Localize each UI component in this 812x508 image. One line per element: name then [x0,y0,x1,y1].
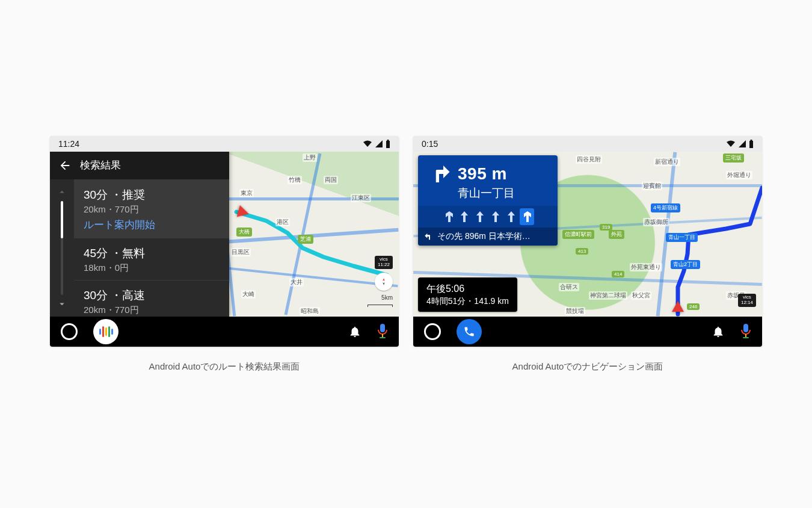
results-header: 検索結果 [50,152,229,179]
lane-icon [441,208,456,225]
map-poi: 新宿通り [654,158,680,166]
map-poi: 大崎 [241,290,256,299]
map-poi: 目黒区 [230,248,251,256]
start-guidance-link[interactable]: ルート案内開始 [84,218,220,232]
microphone-icon[interactable] [377,324,388,339]
search-results-panel: 検索結果 30分 ・推奨 20km・770円 ルート案内開始 [50,152,229,317]
svg-rect-3 [382,334,383,337]
map-poi: 414 [612,271,624,277]
route-title: 45分 ・無料 [84,246,220,261]
signal-icon [375,140,383,147]
phone-app-icon[interactable] [457,319,482,344]
map-poi: 青山2丁目 [671,260,700,269]
lane-icon [504,208,518,225]
status-bar: 11:24 [50,136,399,152]
map-poi: 赤坂御所 [643,218,669,226]
lane-guidance [418,206,558,228]
route-title: 30分 ・高速 [84,288,220,303]
route-option[interactable]: 30分 ・高速 20km・770円 [74,280,229,317]
battery-icon [386,140,390,148]
eta-duration-distance: 4時間51分・141.9 km [426,296,509,307]
map-poi: 江東区 [351,194,371,202]
lane-icon-active [520,208,534,225]
status-time: 0:15 [422,139,438,149]
map-poi: 迎賓館 [642,182,662,190]
turn-direction-card: 395 m 青山一丁目 その先 896m 日本学術… [418,155,558,246]
svg-rect-7 [743,324,748,332]
eta-arrival-time: 午後5:06 [426,282,509,296]
map-poi: 芝浦 [298,235,313,244]
microphone-icon[interactable] [740,324,751,339]
route-subtitle: 20km・770円 [84,204,220,215]
svg-rect-9 [743,337,749,338]
current-position-icon [672,301,684,312]
lane-icon [488,208,503,225]
turn-right-icon [426,161,452,187]
next-turn-text: その先 896m 日本学術… [437,231,531,242]
route-option[interactable]: 45分 ・無料 18km・0円 [74,238,229,280]
notification-bell-icon[interactable] [712,325,725,338]
map-overlay-bottom-right: vics11:22 5km [368,256,393,307]
map-poi: 昭和島 [300,307,320,315]
map-poi: 合研ス [559,283,579,291]
route-option[interactable]: 30分 ・推奨 20km・770円 ルート案内開始 [74,179,229,238]
home-button[interactable] [61,323,78,340]
map-poi: 秋父宮 [631,291,651,300]
scroll-up-icon[interactable] [57,187,67,197]
status-indicators [363,140,390,148]
next-turn-icon [424,232,434,241]
back-arrow-icon[interactable] [58,159,72,172]
map-poi: 4号新宿線 [651,203,680,212]
svg-rect-4 [380,337,386,338]
notification-bell-icon[interactable] [348,325,361,338]
map-poi: 信濃町駅前 [562,230,594,239]
map-poi: 大井 [289,278,304,287]
map-poi: 外堀通り [726,171,752,179]
scroll-column [50,179,74,317]
map-overlay-bottom-right: vics12:14 [738,294,756,307]
next-turn-row: その先 896m 日本学術… [418,228,558,246]
scale-label: 5km [381,294,393,301]
assistant-app-icon[interactable] [93,319,118,344]
results-list: 30分 ・推奨 20km・770円 ルート案内開始 45分 ・無料 18km・0… [50,179,229,317]
vics-badge: vics12:14 [738,294,756,307]
map-poi: 319 [600,224,612,231]
map-poi: 上野 [303,153,317,162]
status-time: 11:24 [58,139,79,149]
svg-rect-2 [380,324,385,332]
turn-distance: 395 m [458,164,507,184]
signal-icon [739,140,746,147]
battery-icon [749,140,754,148]
scroll-down-icon[interactable] [57,299,67,309]
status-bar: 0:15 [413,136,762,152]
compass-button[interactable] [375,273,393,291]
map-poi: 両国 [324,176,338,184]
screenshot-caption: Android Autoでのナビゲーション画面 [512,361,663,373]
map-poi: 外苑 [609,230,624,239]
svg-rect-8 [745,334,746,337]
current-position-icon [237,205,251,220]
map-poi: 東京 [239,189,254,197]
status-indicators [726,140,754,148]
lane-icon [457,208,472,225]
map-poi: 大橋 [236,228,252,237]
map-poi: 竹橋 [288,176,302,184]
route-search-screen: 11:24 [50,136,399,347]
lane-icon [473,208,487,225]
map-poi: 青山一丁目 [666,233,698,242]
svg-rect-0 [386,141,390,148]
svg-rect-5 [749,141,753,148]
route-subtitle: 20km・770円 [84,305,220,316]
map-poi: 港区 [275,218,290,226]
scroll-indicator [61,201,63,295]
svg-rect-6 [751,140,752,141]
wifi-icon [726,140,736,147]
map-poi: 競技場 [565,307,585,315]
map-poi: 神宮第二球場 [589,291,627,300]
android-auto-navbar [413,317,762,347]
map-poi: 外苑東通り [630,263,662,271]
home-button[interactable] [424,323,441,340]
eta-card[interactable]: 午後5:06 4時間51分・141.9 km [418,277,517,311]
navigation-card: 0:15 四谷見附 新宿通り [413,136,762,373]
route-title: 30分 ・推奨 [84,187,220,203]
